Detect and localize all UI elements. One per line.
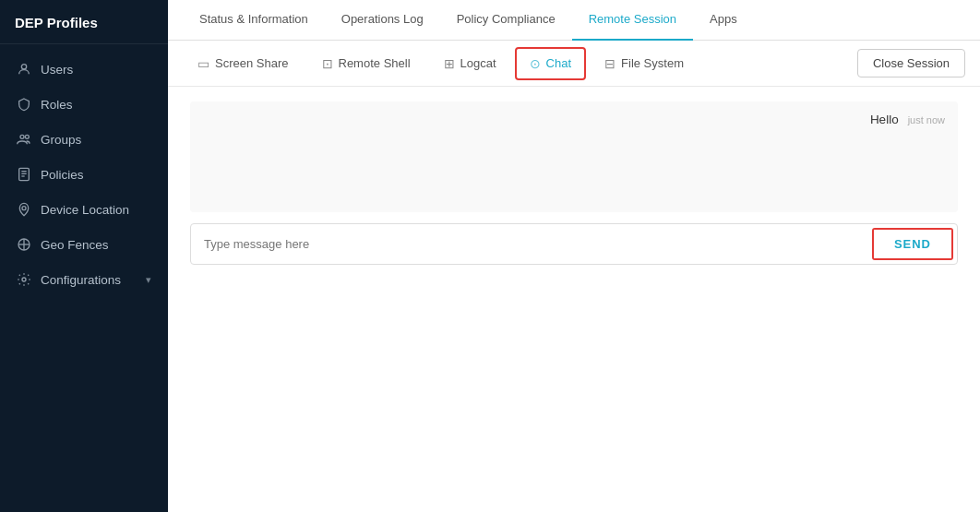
sub-tabs: ▭ Screen Share ⊡ Remote Shell ⊞ Logcat ⊙… (168, 41, 980, 87)
sidebar-item-groups[interactable]: Groups (0, 122, 168, 157)
tab-operations[interactable]: Operations Log (325, 0, 440, 41)
shield-icon (17, 97, 31, 112)
tab-apps[interactable]: Apps (693, 0, 754, 41)
sidebar-item-configurations[interactable]: Configurations ▾ (0, 262, 168, 297)
subtab-label-remote-shell: Remote Shell (339, 56, 411, 70)
svg-point-1 (20, 135, 24, 138)
location-icon (17, 202, 31, 217)
sidebar-label-geo-fences: Geo Fences (41, 238, 109, 252)
svg-point-7 (22, 207, 26, 210)
subtab-logcat[interactable]: ⊞ Logcat (429, 47, 511, 80)
logcat-icon: ⊞ (444, 56, 455, 71)
group-icon (17, 132, 31, 147)
subtab-label-file-system: File System (621, 56, 684, 70)
geo-icon (17, 237, 31, 252)
chat-message-text: Hello (870, 113, 899, 126)
sidebar-label-roles: Roles (41, 98, 73, 112)
close-session-button[interactable]: Close Session (857, 49, 965, 77)
sidebar: DEP Profiles Users Roles Groups Policies (0, 0, 168, 512)
remote-shell-icon: ⊡ (322, 56, 333, 71)
chat-messages: Hello just now (190, 101, 958, 212)
sidebar-item-users[interactable]: Users (0, 52, 168, 87)
sidebar-item-geo-fences[interactable]: Geo Fences (0, 227, 168, 262)
policy-icon (17, 167, 31, 182)
chat-icon: ⊙ (530, 56, 541, 71)
subtab-label-screen-share: Screen Share (215, 56, 289, 70)
svg-point-11 (22, 278, 26, 281)
tab-status[interactable]: Status & Information (183, 0, 325, 41)
file-system-icon: ⊟ (604, 56, 615, 71)
sidebar-logo: DEP Profiles (0, 0, 168, 44)
chat-message-time: just now (908, 114, 945, 125)
subtab-label-logcat: Logcat (460, 56, 496, 70)
svg-point-2 (25, 135, 29, 138)
screen-share-icon: ▭ (197, 56, 209, 71)
sidebar-item-roles[interactable]: Roles (0, 87, 168, 122)
svg-point-0 (21, 65, 26, 69)
sidebar-label-groups: Groups (41, 133, 81, 147)
chat-area: Hello just now SEND (168, 87, 980, 512)
sidebar-item-device-location[interactable]: Device Location (0, 192, 168, 227)
sidebar-nav: Users Roles Groups Policies Device Locat (0, 44, 168, 297)
subtab-screen-share[interactable]: ▭ Screen Share (183, 47, 304, 80)
tab-policy[interactable]: Policy Compliance (440, 0, 572, 41)
subtab-file-system[interactable]: ⊟ File System (590, 47, 699, 80)
sidebar-item-policies[interactable]: Policies (0, 157, 168, 192)
send-button-wrapper: SEND (872, 228, 953, 260)
main-content: Status & Information Operations Log Poli… (168, 0, 980, 512)
chevron-down-icon: ▾ (146, 274, 151, 286)
tab-remote[interactable]: Remote Session (572, 0, 693, 41)
person-icon (17, 62, 31, 77)
sidebar-label-policies: Policies (41, 168, 84, 182)
sidebar-label-configurations: Configurations (41, 273, 121, 287)
sidebar-label-device-location: Device Location (41, 203, 129, 217)
chat-message-item: Hello just now (203, 113, 945, 126)
top-tabs: Status & Information Operations Log Poli… (168, 0, 980, 41)
chat-input-row: SEND (190, 223, 958, 265)
subtab-remote-shell[interactable]: ⊡ Remote Shell (307, 47, 425, 80)
subtab-label-chat: Chat (546, 56, 571, 70)
chat-input[interactable] (191, 224, 868, 264)
subtab-chat[interactable]: ⊙ Chat (515, 47, 586, 80)
gear-icon (17, 272, 31, 287)
sidebar-label-users: Users (41, 63, 73, 77)
send-button[interactable]: SEND (874, 230, 951, 258)
